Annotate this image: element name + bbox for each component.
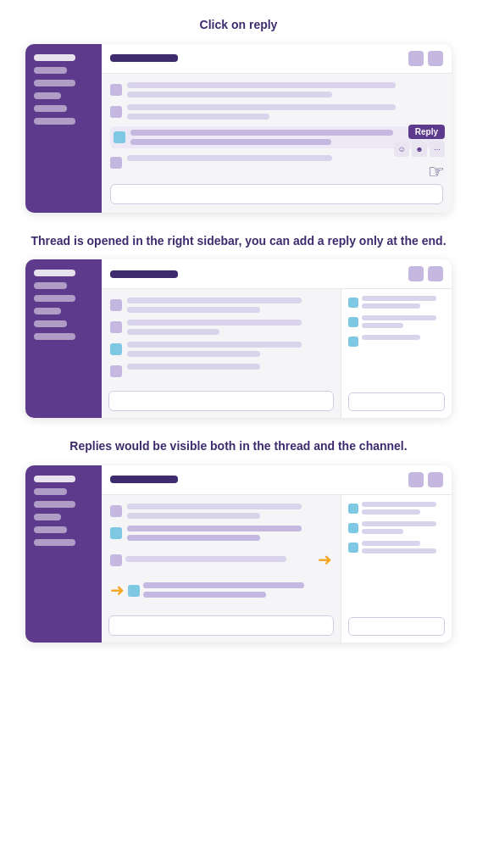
msg-line [127, 342, 302, 348]
sidebar-item [34, 80, 75, 86]
avatar [110, 505, 122, 517]
thread-row [348, 296, 445, 309]
message-lines [127, 298, 332, 313]
thread-row [348, 315, 445, 328]
section-1-title: Click on reply [200, 17, 278, 34]
avatar [110, 321, 122, 333]
message-lines [127, 342, 332, 357]
thread-lines [362, 521, 445, 534]
message-lines [143, 582, 332, 598]
msg-line [127, 82, 396, 88]
avatar [110, 343, 122, 355]
reaction-icon[interactable]: ☻ [412, 142, 427, 157]
topbar-title [110, 54, 178, 62]
chat-panel [102, 289, 341, 418]
content-split-2 [102, 289, 452, 418]
avatar [110, 554, 122, 566]
avatar [110, 106, 122, 118]
topbar-title [110, 270, 178, 278]
thread-panel [341, 289, 452, 418]
arrow-row-middle: ➜ [110, 549, 332, 570]
arrow-row-bottom: ➜ [110, 580, 332, 600]
thread-row [348, 521, 445, 534]
orange-arrow-right: ➜ [318, 549, 332, 570]
section-3-title: Replies would be visible both in the thr… [69, 438, 407, 455]
sidebar-item [34, 282, 67, 289]
sidebar-1 [25, 44, 102, 213]
topbar-icon-1 [408, 472, 424, 487]
main-content-1: Reply ☺ ☻ ··· ☞ [102, 44, 452, 213]
app-mockup-2 [25, 259, 452, 418]
msg-line [127, 114, 269, 120]
topbar-icons [408, 472, 443, 487]
app-mockup-1: Reply ☺ ☻ ··· ☞ [25, 44, 452, 213]
sidebar-item [34, 92, 61, 99]
thread-line [362, 315, 436, 320]
input-bar-chat-3[interactable] [108, 615, 334, 636]
thread-lines [362, 335, 445, 340]
thread-line [362, 541, 420, 546]
app-mockup-3: ➜ ➜ [25, 465, 452, 643]
msg-line [125, 556, 286, 562]
sidebar-item [34, 105, 67, 112]
thread-row [348, 335, 445, 347]
section-1: Click on reply [25, 17, 452, 213]
sidebar-item [34, 501, 75, 508]
msg-line [127, 329, 219, 335]
topbar-icon-1 [408, 266, 424, 281]
sidebar-item [34, 333, 75, 340]
thread-line [362, 529, 403, 534]
message-list-1: Reply ☺ ☻ ··· ☞ [102, 74, 452, 177]
sidebar-item [34, 295, 75, 302]
main-content-3: ➜ ➜ [102, 465, 452, 643]
sidebar-item [34, 539, 75, 546]
msg-line [127, 298, 302, 303]
content-split-3: ➜ ➜ [102, 495, 452, 643]
message-lines [127, 320, 332, 335]
avatar [114, 131, 125, 143]
message-lines [127, 364, 332, 370]
msg-line [127, 320, 302, 326]
input-bar-1[interactable] [110, 184, 443, 204]
msg-line [127, 351, 260, 357]
more-icon[interactable]: ··· [430, 142, 445, 157]
thread-input[interactable] [348, 392, 445, 411]
thread-avatar [348, 523, 358, 533]
msg-line [130, 139, 331, 145]
sidebar-item [34, 67, 67, 74]
reply-button[interactable]: Reply [408, 125, 445, 139]
msg-line [127, 155, 332, 161]
section-2: Thread is opened in the right sidebar, y… [25, 233, 452, 419]
thread-lines [362, 296, 445, 309]
sidebar-item [34, 488, 67, 495]
thread-lines [362, 502, 445, 515]
emoji-icon[interactable]: ☺ [394, 142, 409, 157]
sidebar-item [34, 320, 67, 327]
sidebar-item [34, 526, 67, 533]
msg-line [127, 307, 260, 313]
message-list-2 [102, 289, 341, 386]
action-bar: ☺ ☻ ··· [394, 142, 445, 157]
input-bar-chat[interactable] [108, 391, 334, 411]
msg-line [127, 364, 260, 370]
avatar [110, 157, 122, 169]
message-row [110, 320, 332, 335]
msg-line [143, 582, 304, 588]
sidebar-3 [25, 465, 102, 643]
thread-line [362, 296, 436, 301]
message-row [110, 526, 332, 541]
sidebar-item [34, 514, 61, 520]
avatar [110, 84, 122, 96]
topbar-icon-2 [428, 266, 443, 281]
avatar [128, 585, 140, 597]
reply-tooltip-area: Reply ☺ ☻ ··· ☞ [394, 125, 445, 183]
thread-avatar [348, 542, 358, 553]
main-content-2 [102, 259, 452, 418]
sidebar-item [34, 54, 75, 61]
chat-panel-3: ➜ ➜ [102, 495, 341, 643]
cursor-icon: ☞ [428, 161, 445, 183]
section-2-title: Thread is opened in the right sidebar, y… [31, 233, 446, 250]
message-lines [127, 504, 332, 519]
thread-input-3[interactable] [348, 617, 445, 636]
sidebar-item [34, 270, 75, 276]
